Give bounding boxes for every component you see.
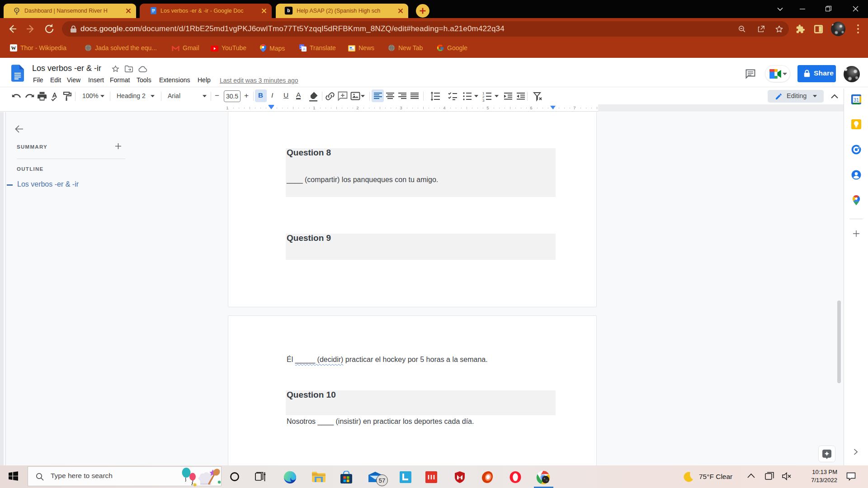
svg-text:5: 5 xyxy=(486,105,489,110)
svg-text:7: 7 xyxy=(573,105,576,110)
svg-text:W: W xyxy=(11,45,16,51)
svg-text:6: 6 xyxy=(530,105,532,110)
svg-text:1: 1 xyxy=(313,105,315,110)
svg-text:2: 2 xyxy=(356,105,359,110)
svg-text:31: 31 xyxy=(854,97,859,103)
svg-text:3: 3 xyxy=(482,99,485,102)
svg-text:1: 1 xyxy=(226,105,228,110)
svg-text:3: 3 xyxy=(400,105,402,110)
svg-text:4: 4 xyxy=(443,105,445,110)
svg-text:b: b xyxy=(287,8,290,13)
svg-text:A: A xyxy=(303,47,306,52)
